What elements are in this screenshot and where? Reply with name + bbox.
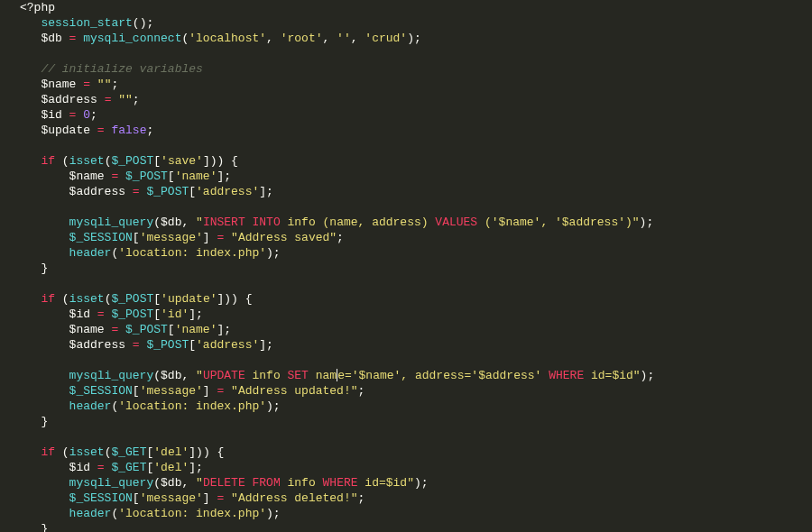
str-crud: 'crud' <box>364 32 407 45</box>
fn-isset: isset <box>69 154 105 168</box>
str-location: 'location: index.php' <box>118 246 266 260</box>
sql-insert: INSERT <box>203 216 245 229</box>
fn-header: header <box>69 246 112 260</box>
code-editor[interactable]: <?php session_start(); $db = mysqli_conn… <box>0 0 812 532</box>
str-dq-empty: "" <box>97 78 112 91</box>
paren: (); <box>133 16 153 30</box>
str-root: 'root' <box>281 32 323 45</box>
num-zero: 0 <box>83 108 90 122</box>
str-localhost: 'localhost' <box>189 32 266 45</box>
str-save: 'save' <box>161 154 203 168</box>
var-name: $name <box>41 78 76 91</box>
php-open-tag: <?php <box>20 1 55 14</box>
global-get: $_GET <box>111 445 146 459</box>
str-saved: "Address saved" <box>231 231 337 244</box>
kw-if: if <box>41 154 55 168</box>
fn-mysqli-connect: mysqli_connect <box>83 32 181 45</box>
str-updated: "Address updated!" <box>231 384 357 398</box>
var-address: $address <box>41 93 97 106</box>
op-assign: = <box>62 32 83 45</box>
fn-session-start: session_start <box>41 16 132 30</box>
comment-init: // initialize variables <box>41 62 202 76</box>
bool-false: false <box>111 124 146 137</box>
global-post: $_POST <box>111 154 153 168</box>
global-session: $_SESSION <box>69 231 133 244</box>
var-id: $id <box>41 108 61 122</box>
str-update: 'update' <box>161 292 217 306</box>
fn-mysqli-query: mysqli_query <box>69 216 154 229</box>
str-deleted: "Address deleted!" <box>231 491 357 505</box>
str-empty: '' <box>337 32 351 45</box>
var-db: $db <box>41 32 61 45</box>
var-update: $update <box>41 124 90 137</box>
sql-delete: DELETE <box>203 476 245 490</box>
sql-update: UPDATE <box>203 369 245 382</box>
str-del: 'del' <box>153 445 189 459</box>
paren-close: ); <box>407 32 421 45</box>
brace-close: } <box>41 261 48 275</box>
